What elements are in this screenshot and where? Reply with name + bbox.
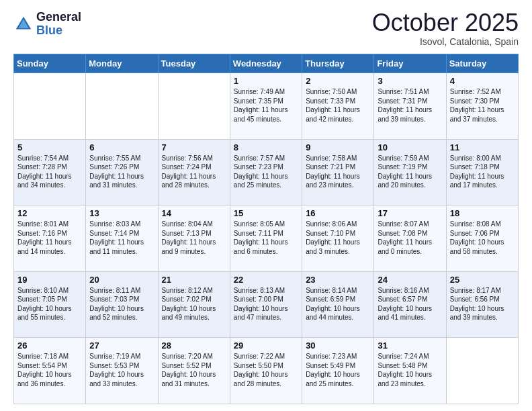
calendar-table: SundayMondayTuesdayWednesdayThursdayFrid… xyxy=(13,54,519,404)
weekday-header: Thursday xyxy=(302,54,374,73)
calendar-cell: 18Sunrise: 8:08 AM Sunset: 7:06 PM Dayli… xyxy=(446,205,518,272)
logo-blue: Blue xyxy=(36,24,62,37)
day-number: 29 xyxy=(234,340,298,351)
weekday-header: Monday xyxy=(86,54,158,73)
day-number: 5 xyxy=(17,142,82,152)
weekday-header: Tuesday xyxy=(158,54,230,73)
day-number: 19 xyxy=(17,275,82,285)
day-number: 14 xyxy=(162,208,226,218)
day-number: 11 xyxy=(450,142,515,152)
day-info: Sunrise: 7:50 AM Sunset: 7:33 PM Dayligh… xyxy=(306,87,370,124)
calendar-cell: 8Sunrise: 7:57 AM Sunset: 7:23 PM Daylig… xyxy=(230,139,302,205)
day-info: Sunrise: 7:49 AM Sunset: 7:35 PM Dayligh… xyxy=(234,87,298,124)
day-info: Sunrise: 8:16 AM Sunset: 6:57 PM Dayligh… xyxy=(378,286,442,322)
day-info: Sunrise: 7:18 AM Sunset: 5:54 PM Dayligh… xyxy=(17,352,82,388)
day-number: 9 xyxy=(306,142,370,152)
calendar-week-row: 1Sunrise: 7:49 AM Sunset: 7:35 PM Daylig… xyxy=(14,73,519,140)
calendar-header-row: SundayMondayTuesdayWednesdayThursdayFrid… xyxy=(14,54,519,73)
day-info: Sunrise: 8:05 AM Sunset: 7:11 PM Dayligh… xyxy=(234,220,298,256)
day-info: Sunrise: 8:06 AM Sunset: 7:10 PM Dayligh… xyxy=(306,220,370,256)
day-info: Sunrise: 8:13 AM Sunset: 7:00 PM Dayligh… xyxy=(234,286,298,322)
calendar-cell: 31Sunrise: 7:24 AM Sunset: 5:48 PM Dayli… xyxy=(374,338,446,404)
day-info: Sunrise: 8:12 AM Sunset: 7:02 PM Dayligh… xyxy=(162,286,226,322)
calendar-cell: 19Sunrise: 8:10 AM Sunset: 7:05 PM Dayli… xyxy=(14,271,86,338)
calendar-cell: 9Sunrise: 7:58 AM Sunset: 7:21 PM Daylig… xyxy=(302,139,374,205)
weekday-header: Saturday xyxy=(446,54,518,73)
calendar-cell xyxy=(446,338,518,404)
day-info: Sunrise: 7:19 AM Sunset: 5:53 PM Dayligh… xyxy=(89,352,154,388)
calendar-cell: 25Sunrise: 8:17 AM Sunset: 6:56 PM Dayli… xyxy=(446,271,518,338)
day-info: Sunrise: 8:14 AM Sunset: 6:59 PM Dayligh… xyxy=(306,286,370,322)
day-number: 1 xyxy=(234,76,298,86)
calendar-cell: 22Sunrise: 8:13 AM Sunset: 7:00 PM Dayli… xyxy=(230,271,302,338)
calendar-cell xyxy=(86,73,158,140)
day-number: 2 xyxy=(306,76,370,86)
day-number: 3 xyxy=(378,76,442,86)
day-number: 12 xyxy=(17,208,82,218)
day-number: 10 xyxy=(378,142,442,152)
calendar-cell: 3Sunrise: 7:51 AM Sunset: 7:31 PM Daylig… xyxy=(374,73,446,140)
calendar-cell: 23Sunrise: 8:14 AM Sunset: 6:59 PM Dayli… xyxy=(302,271,374,338)
calendar-cell: 14Sunrise: 8:04 AM Sunset: 7:13 PM Dayli… xyxy=(158,205,230,272)
calendar-cell: 29Sunrise: 7:22 AM Sunset: 5:50 PM Dayli… xyxy=(230,338,302,404)
calendar-cell: 10Sunrise: 7:59 AM Sunset: 7:19 PM Dayli… xyxy=(374,139,446,205)
calendar-week-row: 26Sunrise: 7:18 AM Sunset: 5:54 PM Dayli… xyxy=(14,338,519,404)
calendar-cell xyxy=(158,73,230,140)
day-number: 26 xyxy=(17,340,82,351)
day-info: Sunrise: 7:55 AM Sunset: 7:26 PM Dayligh… xyxy=(89,154,154,190)
weekday-header: Friday xyxy=(374,54,446,73)
header: General Blue October 2025 Isovol, Catalo… xyxy=(13,11,519,47)
day-info: Sunrise: 7:23 AM Sunset: 5:49 PM Dayligh… xyxy=(306,352,370,388)
logo-general: General xyxy=(36,10,81,24)
day-number: 15 xyxy=(234,208,298,218)
calendar-cell: 20Sunrise: 8:11 AM Sunset: 7:03 PM Dayli… xyxy=(86,271,158,338)
day-number: 4 xyxy=(450,76,515,86)
day-info: Sunrise: 7:22 AM Sunset: 5:50 PM Dayligh… xyxy=(234,352,298,388)
calendar-cell: 6Sunrise: 7:55 AM Sunset: 7:26 PM Daylig… xyxy=(86,139,158,205)
day-number: 21 xyxy=(162,275,226,285)
day-info: Sunrise: 8:03 AM Sunset: 7:14 PM Dayligh… xyxy=(89,220,154,256)
weekday-header: Wednesday xyxy=(230,54,302,73)
calendar-cell: 11Sunrise: 8:00 AM Sunset: 7:18 PM Dayli… xyxy=(446,139,518,205)
calendar-cell: 5Sunrise: 7:54 AM Sunset: 7:28 PM Daylig… xyxy=(14,139,86,205)
day-info: Sunrise: 7:54 AM Sunset: 7:28 PM Dayligh… xyxy=(17,154,82,190)
day-info: Sunrise: 8:08 AM Sunset: 7:06 PM Dayligh… xyxy=(450,220,515,256)
day-number: 24 xyxy=(378,275,442,285)
day-info: Sunrise: 8:01 AM Sunset: 7:16 PM Dayligh… xyxy=(17,220,82,256)
calendar-cell: 7Sunrise: 7:56 AM Sunset: 7:24 PM Daylig… xyxy=(158,139,230,205)
calendar-week-row: 5Sunrise: 7:54 AM Sunset: 7:28 PM Daylig… xyxy=(14,139,519,205)
calendar-cell: 28Sunrise: 7:20 AM Sunset: 5:52 PM Dayli… xyxy=(158,338,230,404)
day-number: 31 xyxy=(378,340,442,351)
day-number: 27 xyxy=(89,340,154,351)
day-info: Sunrise: 7:58 AM Sunset: 7:21 PM Dayligh… xyxy=(306,154,370,190)
day-number: 28 xyxy=(162,340,226,351)
day-info: Sunrise: 8:11 AM Sunset: 7:03 PM Dayligh… xyxy=(89,286,154,322)
day-info: Sunrise: 7:57 AM Sunset: 7:23 PM Dayligh… xyxy=(234,154,298,190)
calendar-cell: 30Sunrise: 7:23 AM Sunset: 5:49 PM Dayli… xyxy=(302,338,374,404)
logo-icon xyxy=(13,14,34,34)
day-info: Sunrise: 8:04 AM Sunset: 7:13 PM Dayligh… xyxy=(162,220,226,256)
day-number: 25 xyxy=(450,275,515,285)
title-block: October 2025 Isovol, Catalonia, Spain xyxy=(372,11,519,47)
calendar-week-row: 12Sunrise: 8:01 AM Sunset: 7:16 PM Dayli… xyxy=(14,205,519,272)
month-title: October 2025 xyxy=(372,11,519,35)
logo-text: General Blue xyxy=(36,11,81,38)
calendar-cell: 15Sunrise: 8:05 AM Sunset: 7:11 PM Dayli… xyxy=(230,205,302,272)
day-number: 17 xyxy=(378,208,442,218)
day-info: Sunrise: 8:17 AM Sunset: 6:56 PM Dayligh… xyxy=(450,286,515,322)
weekday-header: Sunday xyxy=(14,54,86,73)
day-number: 23 xyxy=(306,275,370,285)
day-number: 22 xyxy=(234,275,298,285)
day-info: Sunrise: 7:51 AM Sunset: 7:31 PM Dayligh… xyxy=(378,87,442,124)
calendar-cell: 26Sunrise: 7:18 AM Sunset: 5:54 PM Dayli… xyxy=(14,338,86,404)
day-info: Sunrise: 8:07 AM Sunset: 7:08 PM Dayligh… xyxy=(378,220,442,256)
day-info: Sunrise: 7:24 AM Sunset: 5:48 PM Dayligh… xyxy=(378,352,442,388)
calendar-cell: 27Sunrise: 7:19 AM Sunset: 5:53 PM Dayli… xyxy=(86,338,158,404)
day-info: Sunrise: 7:52 AM Sunset: 7:30 PM Dayligh… xyxy=(450,87,515,124)
calendar-cell: 12Sunrise: 8:01 AM Sunset: 7:16 PM Dayli… xyxy=(14,205,86,272)
day-info: Sunrise: 7:56 AM Sunset: 7:24 PM Dayligh… xyxy=(162,154,226,190)
day-number: 16 xyxy=(306,208,370,218)
calendar-cell: 4Sunrise: 7:52 AM Sunset: 7:30 PM Daylig… xyxy=(446,73,518,140)
calendar-cell: 24Sunrise: 8:16 AM Sunset: 6:57 PM Dayli… xyxy=(374,271,446,338)
calendar-cell: 2Sunrise: 7:50 AM Sunset: 7:33 PM Daylig… xyxy=(302,73,374,140)
